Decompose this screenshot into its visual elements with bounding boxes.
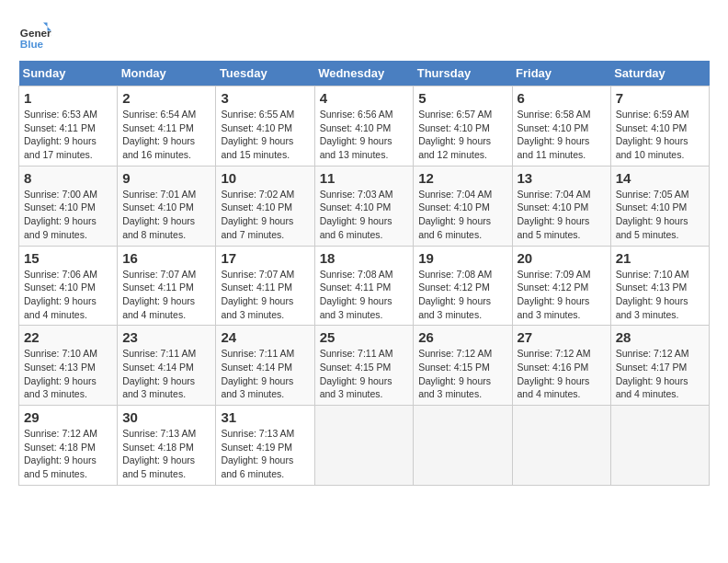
calendar-cell: 12 Sunrise: 7:04 AM Sunset: 4:10 PM Dayl… — [414, 166, 512, 246]
calendar-cell — [512, 406, 610, 486]
day-info: Sunrise: 7:10 AM Sunset: 4:13 PM Dayligh… — [616, 268, 704, 322]
day-number: 28 — [616, 329, 704, 345]
day-info: Sunrise: 7:10 AM Sunset: 4:13 PM Dayligh… — [24, 347, 112, 401]
calendar-cell: 16 Sunrise: 7:07 AM Sunset: 4:11 PM Dayl… — [118, 246, 216, 326]
day-number: 3 — [221, 90, 309, 106]
calendar-cell: 26 Sunrise: 7:12 AM Sunset: 4:15 PM Dayl… — [414, 326, 512, 406]
calendar-cell: 20 Sunrise: 7:09 AM Sunset: 4:12 PM Dayl… — [512, 246, 610, 326]
calendar-week-1: 1 Sunrise: 6:53 AM Sunset: 4:11 PM Dayli… — [19, 86, 710, 167]
page-header: General Blue — [18, 18, 710, 52]
day-info: Sunrise: 7:00 AM Sunset: 4:10 PM Dayligh… — [24, 188, 112, 242]
day-number: 19 — [418, 250, 506, 266]
day-info: Sunrise: 7:11 AM Sunset: 4:14 PM Dayligh… — [122, 347, 210, 401]
calendar-cell: 1 Sunrise: 6:53 AM Sunset: 4:11 PM Dayli… — [19, 86, 118, 167]
day-number: 22 — [24, 329, 112, 345]
day-number: 20 — [518, 250, 606, 266]
svg-text:Blue: Blue — [20, 38, 44, 50]
calendar-cell — [314, 406, 414, 486]
calendar-cell — [610, 406, 709, 486]
day-number: 21 — [616, 250, 704, 266]
calendar-cell: 15 Sunrise: 7:06 AM Sunset: 4:10 PM Dayl… — [19, 246, 118, 326]
day-info: Sunrise: 7:12 AM Sunset: 4:17 PM Dayligh… — [616, 347, 704, 401]
weekday-header-monday: Monday — [118, 61, 216, 86]
day-info: Sunrise: 7:11 AM Sunset: 4:15 PM Dayligh… — [320, 347, 409, 401]
day-number: 10 — [221, 170, 309, 186]
day-number: 5 — [418, 90, 506, 106]
day-info: Sunrise: 6:55 AM Sunset: 4:10 PM Dayligh… — [221, 108, 309, 162]
calendar-header-row: SundayMondayTuesdayWednesdayThursdayFrid… — [19, 61, 710, 86]
day-number: 30 — [122, 409, 210, 425]
calendar-cell: 19 Sunrise: 7:08 AM Sunset: 4:12 PM Dayl… — [414, 246, 512, 326]
day-number: 8 — [24, 170, 112, 186]
day-info: Sunrise: 7:07 AM Sunset: 4:11 PM Dayligh… — [122, 268, 210, 322]
weekday-header-thursday: Thursday — [414, 61, 512, 86]
day-info: Sunrise: 7:08 AM Sunset: 4:12 PM Dayligh… — [418, 268, 506, 322]
calendar-cell: 29 Sunrise: 7:12 AM Sunset: 4:18 PM Dayl… — [19, 406, 118, 486]
calendar-cell: 3 Sunrise: 6:55 AM Sunset: 4:10 PM Dayli… — [216, 86, 314, 167]
day-info: Sunrise: 6:59 AM Sunset: 4:10 PM Dayligh… — [616, 108, 704, 162]
day-number: 13 — [518, 170, 606, 186]
day-number: 24 — [221, 329, 309, 345]
day-info: Sunrise: 7:12 AM Sunset: 4:18 PM Dayligh… — [24, 427, 112, 481]
calendar-cell: 31 Sunrise: 7:13 AM Sunset: 4:19 PM Dayl… — [216, 406, 314, 486]
day-number: 6 — [518, 90, 606, 106]
day-info: Sunrise: 7:08 AM Sunset: 4:11 PM Dayligh… — [320, 268, 409, 322]
day-info: Sunrise: 7:11 AM Sunset: 4:14 PM Dayligh… — [221, 347, 309, 401]
weekday-header-saturday: Saturday — [610, 61, 709, 86]
day-info: Sunrise: 6:57 AM Sunset: 4:10 PM Dayligh… — [418, 108, 506, 162]
day-number: 7 — [616, 90, 704, 106]
calendar-cell: 7 Sunrise: 6:59 AM Sunset: 4:10 PM Dayli… — [610, 86, 709, 167]
weekday-header-sunday: Sunday — [19, 61, 118, 86]
day-number: 25 — [320, 329, 409, 345]
day-number: 2 — [122, 90, 210, 106]
calendar-cell: 9 Sunrise: 7:01 AM Sunset: 4:10 PM Dayli… — [118, 166, 216, 246]
day-number: 9 — [122, 170, 210, 186]
calendar-cell: 23 Sunrise: 7:11 AM Sunset: 4:14 PM Dayl… — [118, 326, 216, 406]
day-number: 27 — [518, 329, 606, 345]
day-number: 18 — [320, 250, 409, 266]
day-number: 23 — [122, 329, 210, 345]
day-number: 4 — [320, 90, 409, 106]
calendar-cell: 14 Sunrise: 7:05 AM Sunset: 4:10 PM Dayl… — [610, 166, 709, 246]
calendar-week-2: 8 Sunrise: 7:00 AM Sunset: 4:10 PM Dayli… — [19, 166, 710, 246]
day-info: Sunrise: 7:07 AM Sunset: 4:11 PM Dayligh… — [221, 268, 309, 322]
day-info: Sunrise: 6:54 AM Sunset: 4:11 PM Dayligh… — [122, 108, 210, 162]
calendar-week-4: 22 Sunrise: 7:10 AM Sunset: 4:13 PM Dayl… — [19, 326, 710, 406]
calendar-cell — [414, 406, 512, 486]
calendar-cell: 5 Sunrise: 6:57 AM Sunset: 4:10 PM Dayli… — [414, 86, 512, 167]
day-info: Sunrise: 7:04 AM Sunset: 4:10 PM Dayligh… — [418, 188, 506, 242]
day-info: Sunrise: 7:04 AM Sunset: 4:10 PM Dayligh… — [518, 188, 606, 242]
calendar-cell: 22 Sunrise: 7:10 AM Sunset: 4:13 PM Dayl… — [19, 326, 118, 406]
weekday-header-friday: Friday — [512, 61, 610, 86]
calendar-week-5: 29 Sunrise: 7:12 AM Sunset: 4:18 PM Dayl… — [19, 406, 710, 486]
day-number: 11 — [320, 170, 409, 186]
day-number: 17 — [221, 250, 309, 266]
calendar-cell: 8 Sunrise: 7:00 AM Sunset: 4:10 PM Dayli… — [19, 166, 118, 246]
calendar-cell: 11 Sunrise: 7:03 AM Sunset: 4:10 PM Dayl… — [314, 166, 414, 246]
day-info: Sunrise: 7:13 AM Sunset: 4:19 PM Dayligh… — [221, 427, 309, 481]
day-info: Sunrise: 7:06 AM Sunset: 4:10 PM Dayligh… — [24, 268, 112, 322]
weekday-header-tuesday: Tuesday — [216, 61, 314, 86]
day-number: 26 — [418, 329, 506, 345]
calendar-cell: 21 Sunrise: 7:10 AM Sunset: 4:13 PM Dayl… — [610, 246, 709, 326]
day-number: 1 — [24, 90, 112, 106]
day-info: Sunrise: 7:02 AM Sunset: 4:10 PM Dayligh… — [221, 188, 309, 242]
day-number: 31 — [221, 409, 309, 425]
calendar-table: SundayMondayTuesdayWednesdayThursdayFrid… — [18, 61, 710, 486]
calendar-cell: 28 Sunrise: 7:12 AM Sunset: 4:17 PM Dayl… — [610, 326, 709, 406]
day-info: Sunrise: 6:53 AM Sunset: 4:11 PM Dayligh… — [24, 108, 112, 162]
day-info: Sunrise: 7:03 AM Sunset: 4:10 PM Dayligh… — [320, 188, 409, 242]
calendar-cell: 2 Sunrise: 6:54 AM Sunset: 4:11 PM Dayli… — [118, 86, 216, 167]
calendar-cell: 25 Sunrise: 7:11 AM Sunset: 4:15 PM Dayl… — [314, 326, 414, 406]
weekday-header-wednesday: Wednesday — [314, 61, 414, 86]
day-number: 14 — [616, 170, 704, 186]
day-info: Sunrise: 7:13 AM Sunset: 4:18 PM Dayligh… — [122, 427, 210, 481]
day-info: Sunrise: 6:58 AM Sunset: 4:10 PM Dayligh… — [518, 108, 606, 162]
calendar-cell: 27 Sunrise: 7:12 AM Sunset: 4:16 PM Dayl… — [512, 326, 610, 406]
calendar-cell: 6 Sunrise: 6:58 AM Sunset: 4:10 PM Dayli… — [512, 86, 610, 167]
calendar-cell: 13 Sunrise: 7:04 AM Sunset: 4:10 PM Dayl… — [512, 166, 610, 246]
day-info: Sunrise: 7:01 AM Sunset: 4:10 PM Dayligh… — [122, 188, 210, 242]
day-info: Sunrise: 6:56 AM Sunset: 4:10 PM Dayligh… — [320, 108, 409, 162]
day-number: 16 — [122, 250, 210, 266]
day-number: 29 — [24, 409, 112, 425]
